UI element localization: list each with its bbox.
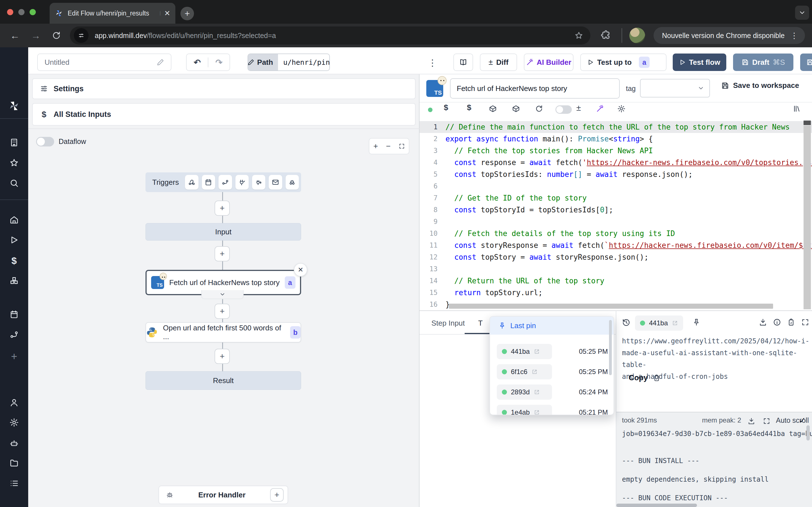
plusminus-icon[interactable]: ± bbox=[576, 103, 581, 113]
edit-pencil-icon[interactable] bbox=[157, 59, 164, 66]
logs-vertical-scrollbar[interactable] bbox=[806, 425, 810, 441]
step-name-input[interactable]: Fetch url of HackerNews top story bbox=[450, 78, 620, 99]
last-pin-option[interactable]: Last pin bbox=[490, 317, 613, 335]
minimize-window-button[interactable] bbox=[18, 9, 24, 15]
code-line[interactable]: 12 const topStory = await storyResponse.… bbox=[419, 251, 812, 263]
ai-wand-icon[interactable] bbox=[596, 105, 604, 113]
dataflow-toggle[interactable] bbox=[36, 137, 54, 147]
back-icon[interactable]: ← bbox=[10, 30, 20, 41]
job-id-chip[interactable]: 1e4ab bbox=[497, 405, 552, 415]
reset-icon[interactable] bbox=[535, 105, 543, 113]
job-id-chip[interactable]: 2893d bbox=[497, 385, 552, 400]
chrome-update-pill[interactable]: Nouvelle version de Chrome disponible ⋮ bbox=[654, 27, 805, 44]
email-trigger-icon[interactable] bbox=[269, 175, 282, 189]
test-up-to-button[interactable]: Test up to a bbox=[580, 54, 666, 71]
avatar[interactable] bbox=[629, 27, 645, 43]
reload-icon[interactable] bbox=[52, 31, 61, 40]
user-icon[interactable] bbox=[0, 398, 28, 407]
job-id-chip[interactable]: 441ba bbox=[635, 316, 683, 331]
expand-icon[interactable] bbox=[801, 318, 809, 326]
code-line[interactable]: 2export async function main(): Promise<s… bbox=[419, 133, 812, 145]
extensions-icon[interactable] bbox=[601, 30, 611, 41]
package-icon[interactable] bbox=[512, 105, 520, 113]
code-line[interactable]: 13 bbox=[419, 263, 812, 275]
close-window-button[interactable] bbox=[7, 9, 13, 15]
resources-picker-icon[interactable]: $ bbox=[467, 103, 471, 112]
code-line[interactable]: 10 // Fetch the details of the top story… bbox=[419, 228, 812, 239]
variables-icon[interactable]: $ bbox=[0, 255, 28, 266]
zoom-out-icon[interactable]: − bbox=[386, 142, 391, 151]
search-icon[interactable] bbox=[0, 179, 28, 187]
code-line[interactable]: 14 // Return the URL of the top story bbox=[419, 275, 812, 287]
library-icon[interactable] bbox=[793, 105, 801, 113]
tab-close-icon[interactable]: ✕ bbox=[164, 9, 170, 18]
code-line[interactable]: 9 bbox=[419, 216, 812, 228]
code-line[interactable]: 1// Define the main function to fetch th… bbox=[419, 121, 812, 133]
runs-icon[interactable] bbox=[0, 235, 28, 244]
site-settings-icon[interactable] bbox=[74, 28, 89, 43]
error-handler-node[interactable]: Error Handler + bbox=[158, 486, 288, 504]
add-error-handler-button[interactable]: + bbox=[270, 488, 284, 502]
code-editor[interactable]: 1// Define the main function to fetch th… bbox=[419, 119, 812, 311]
new-tab-button[interactable]: + bbox=[181, 7, 194, 20]
add-step-button[interactable]: + bbox=[214, 304, 230, 319]
download-logs-icon[interactable] bbox=[748, 417, 755, 425]
flow-settings-row[interactable]: Settings bbox=[32, 78, 416, 99]
settings-gear-icon[interactable] bbox=[0, 418, 28, 427]
all-static-inputs-row[interactable]: $ All Static Inputs bbox=[32, 103, 416, 126]
tab-test-this-step[interactable]: T bbox=[478, 319, 483, 328]
resources-icon[interactable] bbox=[0, 276, 28, 285]
variables-picker-icon[interactable]: $ bbox=[444, 103, 448, 112]
maximize-window-button[interactable] bbox=[30, 9, 36, 15]
code-line[interactable]: 4 const response = await fetch('https://… bbox=[419, 157, 812, 168]
code-vertical-scrollbar[interactable] bbox=[804, 126, 811, 309]
diff-button[interactable]: ± Diff bbox=[480, 54, 517, 71]
clipboard-icon[interactable] bbox=[787, 318, 795, 326]
expand-logs-icon[interactable] bbox=[763, 417, 770, 425]
code-horizontal-scrollbar[interactable] bbox=[449, 304, 773, 309]
forward-icon[interactable]: → bbox=[31, 30, 41, 41]
code-line[interactable]: 7 // Get the ID of the top story bbox=[419, 192, 812, 204]
draft-button[interactable]: Draft ⌘S bbox=[733, 54, 794, 71]
input-node[interactable]: Input bbox=[146, 223, 301, 240]
result-node[interactable]: Result bbox=[146, 371, 301, 390]
routes-icon[interactable] bbox=[0, 330, 28, 339]
save-to-workspace-button[interactable]: Save to workspace bbox=[721, 81, 799, 90]
path-chip[interactable]: Path u/henri/pin bbox=[248, 54, 330, 71]
zoom-in-icon[interactable]: + bbox=[373, 142, 378, 151]
flow-name-input[interactable]: Untitled bbox=[37, 54, 171, 71]
add-step-button[interactable]: + bbox=[214, 201, 230, 216]
bookmark-star-icon[interactable] bbox=[574, 31, 583, 40]
diff-mode-toggle[interactable] bbox=[555, 105, 572, 114]
chrome-menu-kebab-icon[interactable]: ⋮ bbox=[790, 31, 798, 40]
remove-step-button[interactable]: ✕ bbox=[294, 263, 307, 277]
package-icon[interactable] bbox=[489, 105, 497, 113]
docs-book-button[interactable] bbox=[453, 54, 473, 71]
code-line[interactable]: 6 bbox=[419, 180, 812, 192]
schedules-icon[interactable] bbox=[0, 310, 28, 319]
code-line[interactable]: 3 // Fetch the top stories from Hacker N… bbox=[419, 145, 812, 157]
pin-item[interactable]: 2893d 05:24 PM bbox=[497, 384, 608, 400]
workers-robot-icon[interactable] bbox=[0, 439, 28, 448]
deploy-button[interactable]: Deploy bbox=[800, 54, 812, 71]
kafka-trigger-icon[interactable] bbox=[252, 175, 265, 189]
omnibox[interactable]: app.windmill.dev/flows/edit/u/henri/pin_… bbox=[70, 26, 591, 45]
pin-item[interactable]: 6f1c6 05:25 PM bbox=[497, 364, 608, 380]
copy-button[interactable]: Copy bbox=[629, 374, 660, 382]
logs-horizontal-scrollbar[interactable] bbox=[616, 504, 697, 507]
folders-icon[interactable] bbox=[0, 459, 28, 467]
workspace-icon[interactable] bbox=[0, 138, 28, 147]
dropdown-scrollbar[interactable] bbox=[609, 320, 612, 375]
code-line[interactable]: 5 const topStoriesIds: number[] = await … bbox=[419, 168, 812, 180]
pin-icon[interactable] bbox=[693, 318, 700, 326]
browser-tab[interactable]: Edit Flow u/henri/pin_results | ✕ bbox=[50, 3, 175, 24]
test-flow-button[interactable]: Test flow bbox=[673, 54, 726, 71]
more-options-kebab-icon[interactable]: ⋮ bbox=[428, 57, 437, 68]
tab-step-input[interactable]: Step Input bbox=[432, 319, 465, 328]
triggers-node[interactable]: Triggers bbox=[146, 172, 301, 192]
code-line[interactable]: 8 const topStoryId = topStoriesIds[0]; bbox=[419, 204, 812, 216]
undo-button[interactable]: ↶ bbox=[187, 57, 208, 67]
favorites-star-icon[interactable] bbox=[0, 158, 28, 167]
pin-item[interactable]: 441ba 05:25 PM bbox=[497, 344, 608, 359]
add-item-icon[interactable]: + bbox=[0, 350, 28, 362]
